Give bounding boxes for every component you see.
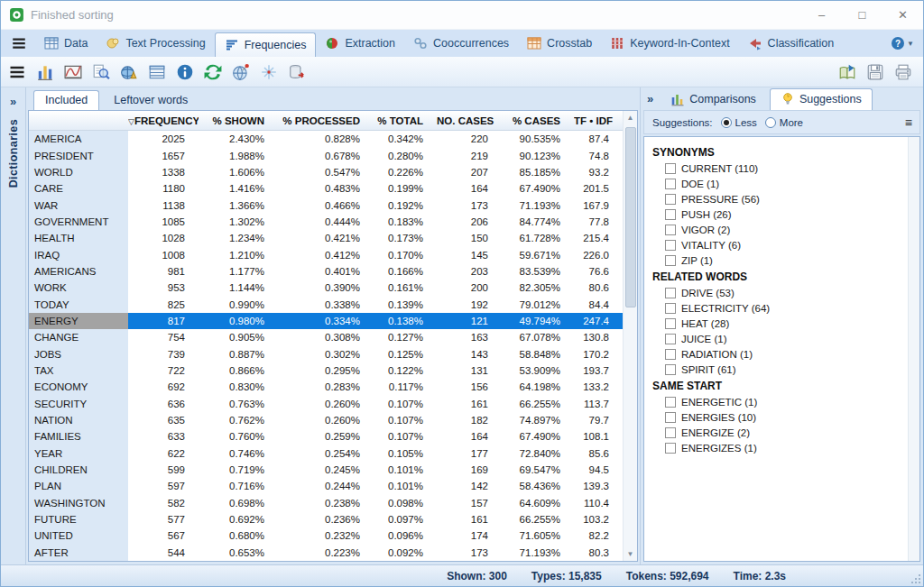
main-menu-button[interactable] <box>3 30 35 57</box>
table-row[interactable]: TODAY8250.990%0.338%0.139%19279.012%84.4 <box>29 296 623 312</box>
table-row[interactable]: FAMILIES6330.760%0.259%0.107%16467.490%1… <box>29 428 623 445</box>
table-row[interactable]: CARE11801.416%0.483%0.199%16467.490%201.… <box>29 180 623 197</box>
ribbon-tab-extraction[interactable]: Extraction <box>316 30 404 57</box>
dictionaries-panel-collapsed[interactable]: » Dictionaries <box>1 87 26 564</box>
checkbox-icon[interactable] <box>665 364 676 375</box>
checkbox-icon[interactable] <box>665 194 676 205</box>
table-row[interactable]: AFTER5440.653%0.223%0.092%17371.193%80.3 <box>29 545 623 561</box>
suggestions-menu-icon[interactable]: ≡ <box>905 115 911 130</box>
table-row[interactable]: PRESIDENT16571.988%0.678%0.280%21990.123… <box>29 147 623 163</box>
table-row[interactable]: CHANGE7540.905%0.308%0.127%16367.078%130… <box>29 329 623 345</box>
suggestion-item[interactable]: VIGOR (2) <box>652 222 904 237</box>
table-row[interactable]: WORK9531.144%0.390%0.161%20082.305%80.6 <box>29 280 623 296</box>
suggestion-item[interactable]: DOE (1) <box>652 176 904 191</box>
column-header-shown[interactable]: % SHOWN <box>199 115 278 126</box>
checkbox-icon[interactable] <box>665 412 676 423</box>
globe-pin-icon[interactable] <box>232 63 250 81</box>
suggestion-item[interactable]: PRESSURE (56) <box>652 191 904 206</box>
checkbox-icon[interactable] <box>665 255 676 266</box>
ribbon-tab-cooccurrences[interactable]: Cooccurrences <box>404 30 518 57</box>
table-row[interactable]: YEAR6220.746%0.254%0.105%17772.840%85.6 <box>29 445 623 462</box>
table-row[interactable]: ECONOMY6920.830%0.283%0.117%15664.198%13… <box>29 379 623 395</box>
menu-icon[interactable] <box>8 63 26 81</box>
checkbox-icon[interactable] <box>665 427 676 438</box>
checkbox-icon[interactable] <box>665 303 676 314</box>
table-header-row[interactable]: ▽FREQUENCY% SHOWN% PROCESSED% TOTALNO. C… <box>29 111 623 131</box>
search-document-icon[interactable] <box>92 63 110 81</box>
suggestion-item[interactable]: ENERGIZE (2) <box>652 425 904 440</box>
ribbon-tab-text-processing[interactable]: Text Processing <box>97 30 214 57</box>
tab-suggestions[interactable]: Suggestions <box>770 88 873 110</box>
suggestion-item[interactable]: VITALITY (6) <box>652 237 904 252</box>
table-row[interactable]: CHILDREN5990.719%0.245%0.101%16969.547%9… <box>29 462 623 478</box>
tab-included[interactable]: Included <box>33 90 99 110</box>
distribution-chart-icon[interactable] <box>64 63 82 81</box>
refresh-icon[interactable] <box>204 63 222 81</box>
suggestion-item[interactable]: CURRENT (110) <box>652 161 904 176</box>
suggestions-scrollbar[interactable] <box>908 137 919 561</box>
checkbox-icon[interactable] <box>665 225 676 235</box>
suggestion-item[interactable]: ZIP (1) <box>652 252 904 268</box>
bar-chart-icon[interactable] <box>36 63 54 81</box>
column-header-tf-idf[interactable]: TF • IDF <box>574 115 623 126</box>
table-row[interactable]: TAX7220.866%0.295%0.122%13153.909%193.7 <box>29 362 623 379</box>
table-row[interactable]: IRAQ10081.210%0.412%0.170%14559.671%226.… <box>29 246 623 262</box>
tab-comparisons[interactable]: Comparisons <box>660 88 767 110</box>
minimize-button[interactable]: – <box>801 1 842 29</box>
column-header-no-cases[interactable]: NO. CASES <box>437 115 502 126</box>
table-row[interactable]: FUTURE5770.692%0.236%0.097%16166.255%103… <box>29 511 623 527</box>
checkbox-icon[interactable] <box>665 443 676 454</box>
ribbon-tab-data[interactable]: Data <box>35 30 97 57</box>
table-row[interactable]: UNITED5670.680%0.232%0.096%17471.605%82.… <box>29 527 623 544</box>
maximize-button[interactable]: □ <box>842 1 882 29</box>
ribbon-tab-frequencies[interactable]: Frequencies <box>215 32 317 57</box>
column-header-frequency[interactable]: ▽FREQUENCY <box>128 115 199 126</box>
scrollbar-thumb[interactable] <box>625 127 636 307</box>
suggestion-item[interactable]: HEAT (28) <box>652 316 904 331</box>
table-row[interactable]: WASHINGTON5820.698%0.238%0.098%15764.609… <box>29 495 623 511</box>
suggestion-item[interactable]: ENERGIES (10) <box>652 409 904 425</box>
expand-panel-icon[interactable]: » <box>10 95 16 108</box>
checkbox-icon[interactable] <box>665 397 676 408</box>
table-icon[interactable] <box>148 63 166 81</box>
checkbox-icon[interactable] <box>665 349 676 360</box>
suggestion-item[interactable]: ENERGIZES (1) <box>652 440 904 455</box>
database-export-icon[interactable] <box>288 63 306 81</box>
ribbon-tab-crosstab[interactable]: Crosstab <box>518 30 601 57</box>
sparkle-icon[interactable] <box>260 63 278 81</box>
print-icon[interactable] <box>894 63 912 81</box>
table-row[interactable]: SECURITY6360.763%0.260%0.107%16166.255%1… <box>29 396 623 412</box>
scroll-up-icon[interactable]: ▲ <box>624 111 637 124</box>
resize-grip[interactable] <box>911 574 920 583</box>
table-row[interactable]: AMERICANS9811.177%0.401%0.166%20383.539%… <box>29 263 623 280</box>
checkbox-icon[interactable] <box>665 318 676 329</box>
expand-right-panel-icon[interactable]: » <box>647 92 653 105</box>
suggestion-item[interactable]: JUICE (1) <box>652 331 904 346</box>
table-row[interactable]: WAR11381.366%0.466%0.192%17371.193%167.9 <box>29 197 623 213</box>
table-row[interactable]: WORLD13381.606%0.547%0.226%20785.185%93.… <box>29 164 623 180</box>
checkbox-icon[interactable] <box>665 240 676 251</box>
suggestion-item[interactable]: SPIRIT (61) <box>652 362 904 377</box>
open-report-icon[interactable] <box>838 63 856 81</box>
suggestion-item[interactable]: DRIVE (53) <box>652 285 904 300</box>
checkbox-icon[interactable] <box>665 163 676 174</box>
table-row[interactable]: JOBS7390.887%0.302%0.125%14358.848%170.2 <box>29 345 623 362</box>
help-button[interactable]: ? ▼ <box>891 30 923 57</box>
info-icon[interactable] <box>176 63 194 81</box>
tab-leftover-words[interactable]: Leftover words <box>102 90 199 110</box>
suggestion-item[interactable]: RADIATION (1) <box>652 346 904 362</box>
table-row[interactable]: ENERGY8170.980%0.334%0.138%12149.794%247… <box>29 313 623 329</box>
checkbox-icon[interactable] <box>665 179 676 189</box>
table-row[interactable]: NATION6350.762%0.260%0.107%18274.897%79.… <box>29 412 623 428</box>
save-icon[interactable] <box>866 63 884 81</box>
column-header-cases[interactable]: % CASES <box>502 115 574 126</box>
table-row[interactable]: AMERICA20252.430%0.828%0.342%22090.535%8… <box>29 131 623 147</box>
table-row[interactable]: GOVERNMENT10851.302%0.444%0.183%20684.77… <box>29 214 623 230</box>
close-button[interactable]: ✕ <box>882 1 923 29</box>
radio-less[interactable]: Less <box>721 117 757 128</box>
table-row[interactable]: PLAN5970.716%0.244%0.101%14258.436%139.3 <box>29 478 623 494</box>
column-header-total[interactable]: % TOTAL <box>374 115 437 126</box>
scroll-down-icon[interactable]: ▼ <box>624 547 637 561</box>
checkbox-icon[interactable] <box>665 288 676 298</box>
radio-more[interactable]: More <box>765 117 803 128</box>
